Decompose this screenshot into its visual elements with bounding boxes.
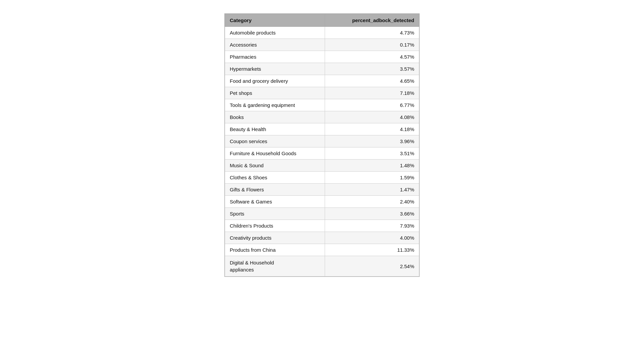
percent-cell: 2.40%: [325, 196, 419, 208]
table-row: Music & Sound1.48%: [225, 160, 419, 172]
percent-cell: 3.66%: [325, 208, 419, 220]
category-cell: Pet shops: [225, 87, 325, 99]
percent-cell: 0.17%: [325, 39, 419, 51]
percent-cell: 1.47%: [325, 184, 419, 196]
category-cell: Accessories: [225, 39, 325, 51]
percent-cell: 3.51%: [325, 147, 419, 160]
table-row: Furniture & Household Goods3.51%: [225, 147, 419, 160]
category-cell: Hypermarkets: [225, 63, 325, 75]
percent-cell: 4.73%: [325, 27, 419, 39]
data-table: Category percent_adbock_detected Automob…: [224, 13, 420, 277]
table-row: Creativity products4.00%: [225, 232, 419, 244]
percent-cell: 11.33%: [325, 244, 419, 256]
table-row: Hypermarkets3.57%: [225, 63, 419, 75]
category-cell: Tools & gardening equipment: [225, 99, 325, 111]
percent-cell: 4.18%: [325, 123, 419, 135]
table-row: Beauty & Health4.18%: [225, 123, 419, 135]
table-row: Pharmacies4.57%: [225, 51, 419, 63]
table-row: Clothes & Shoes1.59%: [225, 172, 419, 184]
percent-cell: 3.57%: [325, 63, 419, 75]
table-row: Sports3.66%: [225, 208, 419, 220]
category-cell: Books: [225, 111, 325, 123]
percent-cell: 4.57%: [325, 51, 419, 63]
category-cell: Coupon services: [225, 135, 325, 147]
column-header-category: Category: [225, 14, 325, 27]
category-cell: Furniture & Household Goods: [225, 147, 325, 160]
category-cell: Children's Products: [225, 220, 325, 232]
category-cell: Products from China: [225, 244, 325, 256]
table-row: Accessories0.17%: [225, 39, 419, 51]
percent-cell: 1.48%: [325, 160, 419, 172]
category-cell: Creativity products: [225, 232, 325, 244]
table-row: Products from China11.33%: [225, 244, 419, 256]
category-cell: Pharmacies: [225, 51, 325, 63]
percent-cell: 4.08%: [325, 111, 419, 123]
table-row: Automobile products4.73%: [225, 27, 419, 39]
table-row: Gifts & Flowers1.47%: [225, 184, 419, 196]
category-cell: Sports: [225, 208, 325, 220]
percent-cell: 3.96%: [325, 135, 419, 147]
column-header-percent: percent_adbock_detected: [325, 14, 419, 27]
table-row: Books4.08%: [225, 111, 419, 123]
table-row: Coupon services3.96%: [225, 135, 419, 147]
percent-cell: 4.65%: [325, 75, 419, 87]
category-cell: Software & Games: [225, 196, 325, 208]
percent-cell: 6.77%: [325, 99, 419, 111]
category-cell: Food and grocery delivery: [225, 75, 325, 87]
category-cell: Music & Sound: [225, 160, 325, 172]
percent-cell: 4.00%: [325, 232, 419, 244]
category-cell: Digital & Householdappliances: [225, 256, 325, 277]
category-cell: Beauty & Health: [225, 123, 325, 135]
percent-cell: 7.18%: [325, 87, 419, 99]
percent-cell: 1.59%: [325, 172, 419, 184]
table-row: Digital & Householdappliances2.54%: [225, 256, 419, 277]
category-cell: Clothes & Shoes: [225, 172, 325, 184]
category-cell: Gifts & Flowers: [225, 184, 325, 196]
category-cell: Automobile products: [225, 27, 325, 39]
percent-cell: 7.93%: [325, 220, 419, 232]
table-row: Food and grocery delivery4.65%: [225, 75, 419, 87]
table-row: Tools & gardening equipment6.77%: [225, 99, 419, 111]
table-row: Children's Products7.93%: [225, 220, 419, 232]
table-row: Pet shops7.18%: [225, 87, 419, 99]
table-row: Software & Games2.40%: [225, 196, 419, 208]
percent-cell: 2.54%: [325, 256, 419, 277]
